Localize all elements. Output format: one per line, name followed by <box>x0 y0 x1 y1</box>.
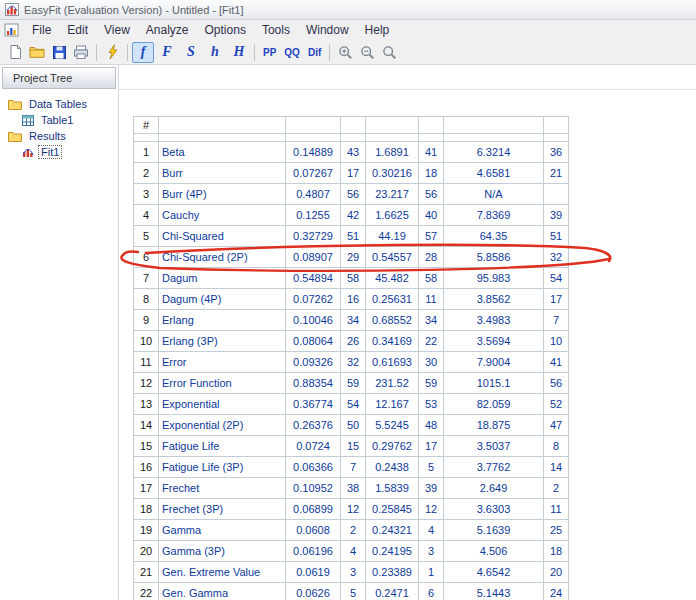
table-row[interactable]: 12Error Function0.8835459231.52591015.15… <box>134 373 569 394</box>
menu-options[interactable]: Options <box>197 21 254 39</box>
toolbar-separator <box>254 44 255 61</box>
rank-1: 34 <box>341 310 366 331</box>
zoom-in-button[interactable] <box>334 42 356 62</box>
table-row[interactable]: 19Gamma0.060820.2432145.163925 <box>134 520 569 541</box>
table-row[interactable]: 17Frechet0.10952381.5839392.6492 <box>134 478 569 499</box>
statistic-1: 0.0724 <box>286 436 341 457</box>
rank-1: 3 <box>341 562 366 583</box>
distribution-name: Erlang <box>159 310 286 331</box>
table-row[interactable]: 6Chi-Squared (2P)0.08907290.54557285.858… <box>134 247 569 268</box>
table-row[interactable]: 5Chi-Squared0.327295144.195764.3551 <box>134 226 569 247</box>
graph-f-button[interactable]: f <box>132 42 154 63</box>
statistic-1: 0.07262 <box>286 289 341 310</box>
table-row[interactable]: 13Exponential0.367745412.1675382.05952 <box>134 394 569 415</box>
open-folder-button[interactable] <box>26 42 48 62</box>
rank-3: 18 <box>544 541 569 562</box>
folder-icon <box>8 131 22 142</box>
statistic-1: 0.10952 <box>286 478 341 499</box>
graph-h-button[interactable]: h <box>204 42 226 63</box>
rank-3 <box>544 184 569 205</box>
rank-3: 25 <box>544 520 569 541</box>
table-row[interactable]: 16Fatigue Life (3P)0.0636670.243853.7762… <box>134 457 569 478</box>
statistic-1: 0.06366 <box>286 457 341 478</box>
table-row[interactable]: 9Erlang0.10046340.68552343.49837 <box>134 310 569 331</box>
table-row[interactable]: 21Gen. Extreme Value0.061930.2338914.654… <box>134 562 569 583</box>
statistic-1: 0.88354 <box>286 373 341 394</box>
tree-item-table1[interactable]: Table1 <box>0 112 118 128</box>
zoom-out-button[interactable] <box>356 42 378 62</box>
toolbar: fFShH PPQQDif <box>0 40 696 65</box>
app-logo-icon <box>5 3 19 16</box>
distribution-name: Cauchy <box>159 205 286 226</box>
zoom-reset-button[interactable] <box>378 42 400 62</box>
plot-dif-button[interactable]: Dif <box>304 43 325 62</box>
rank-2: 12 <box>419 499 444 520</box>
rank-3: 11 <box>544 499 569 520</box>
table-row[interactable]: 10Erlang (3P)0.08064260.34169223.569410 <box>134 331 569 352</box>
distribution-name: Burr <box>159 163 286 184</box>
statistic-3: 3.6303 <box>444 499 544 520</box>
distribution-name: Chi-Squared (2P) <box>159 247 286 268</box>
distribution-name: Gamma (3P) <box>159 541 286 562</box>
table-row[interactable]: 20Gamma (3P)0.0619640.2419534.50618 <box>134 541 569 562</box>
print-button[interactable] <box>70 42 92 62</box>
tree-item-results[interactable]: Results <box>0 128 118 144</box>
menu-edit[interactable]: Edit <box>59 21 96 39</box>
header-cell <box>444 134 544 142</box>
zoom-in-icon <box>338 45 353 60</box>
statistic-3: 3.8562 <box>444 289 544 310</box>
table-row[interactable]: 11Error0.09326320.61693307.900441 <box>134 352 569 373</box>
fit-results-area: # <box>119 65 696 600</box>
row-number: 7 <box>134 268 159 289</box>
distribution-name: Fatigue Life (3P) <box>159 457 286 478</box>
tree-item-fit1[interactable]: Fit1 <box>0 144 118 160</box>
plot-qq-button[interactable]: QQ <box>280 43 304 62</box>
table-row[interactable]: 4Cauchy0.1255421.6625407.836939 <box>134 205 569 226</box>
fit-icon <box>22 147 34 158</box>
rank-3: 7 <box>544 310 569 331</box>
menu-tools[interactable]: Tools <box>254 21 298 39</box>
graph-S-button[interactable]: S <box>180 42 202 63</box>
statistic-3: 6.3214 <box>444 142 544 163</box>
table-row[interactable]: 2Burr0.07267170.30216184.658121 <box>134 163 569 184</box>
rank-3: 41 <box>544 352 569 373</box>
plot-pp-button[interactable]: PP <box>259 43 280 62</box>
menu-analyze[interactable]: Analyze <box>138 21 197 39</box>
rank-3: 24 <box>544 583 569 600</box>
new-document-button[interactable] <box>4 42 26 62</box>
table-row[interactable]: 7Dagum0.548945845.4825895.98354 <box>134 268 569 289</box>
row-number: 1 <box>134 142 159 163</box>
rank-3: 51 <box>544 226 569 247</box>
save-button[interactable] <box>48 42 70 62</box>
statistic-1: 0.54894 <box>286 268 341 289</box>
header-cell <box>286 134 341 142</box>
statistic-3: 5.1443 <box>444 583 544 600</box>
rank-3: 2 <box>544 478 569 499</box>
table-row[interactable]: 18Frechet (3P)0.06899120.25845123.630311 <box>134 499 569 520</box>
project-tree-title: Project Tree <box>13 72 72 84</box>
row-number: 16 <box>134 457 159 478</box>
menu-window[interactable]: Window <box>298 21 357 39</box>
menu-view[interactable]: View <box>96 21 138 39</box>
table-row[interactable]: 14Exponential (2P)0.26376505.52454818.87… <box>134 415 569 436</box>
rank-2: 39 <box>419 478 444 499</box>
rank-1: 51 <box>341 226 366 247</box>
menu-help[interactable]: Help <box>357 21 398 39</box>
table-row[interactable]: 8Dagum (4P)0.07262160.25631113.856217 <box>134 289 569 310</box>
table-row[interactable]: 3Burr (4P)0.48075623.21756N/A <box>134 184 569 205</box>
run-fit-button[interactable] <box>101 42 123 62</box>
table-row[interactable]: 15Fatigue Life0.0724150.29762173.50378 <box>134 436 569 457</box>
table-row[interactable]: 1Beta0.14889431.6891416.321436 <box>134 142 569 163</box>
graph-F-button[interactable]: F <box>156 42 178 63</box>
table-row[interactable]: 22Gen. Gamma0.062650.247165.144324 <box>134 583 569 600</box>
statistic-1: 0.36774 <box>286 394 341 415</box>
rank-3: 17 <box>544 289 569 310</box>
statistic-2: 0.25845 <box>366 499 419 520</box>
lightning-icon <box>106 44 119 60</box>
tree-item-data-tables[interactable]: Data Tables <box>0 96 118 112</box>
statistic-3: 4.6542 <box>444 562 544 583</box>
rank-3: 39 <box>544 205 569 226</box>
graph-H-button[interactable]: H <box>228 42 250 63</box>
menu-file[interactable]: File <box>24 21 59 39</box>
distribution-name: Error Function <box>159 373 286 394</box>
